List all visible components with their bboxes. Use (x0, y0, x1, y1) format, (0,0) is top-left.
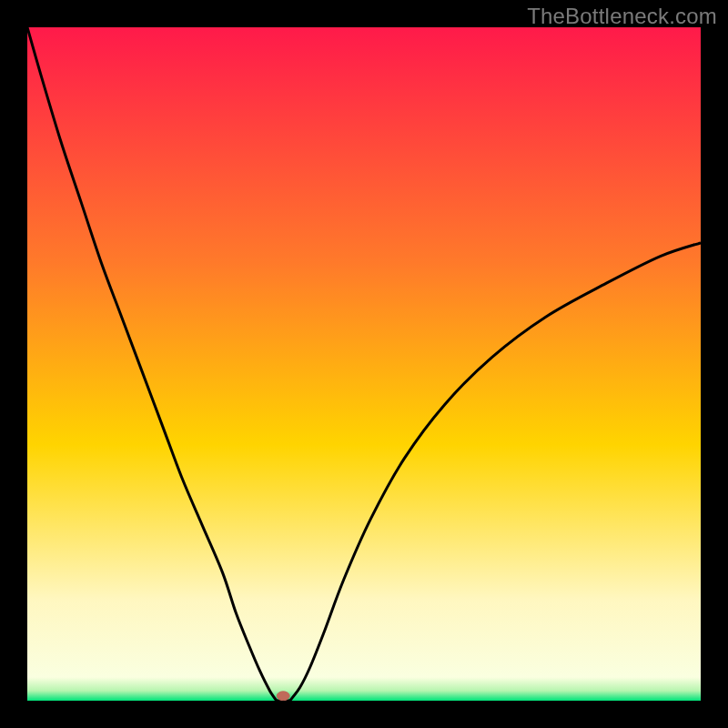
plot-area (27, 27, 701, 701)
optimal-point-marker (277, 692, 289, 701)
chart-svg (27, 27, 701, 701)
watermark-text: TheBottleneck.com (527, 4, 717, 29)
chart-frame: TheBottleneck.com (0, 0, 728, 728)
gradient-background (27, 27, 701, 701)
